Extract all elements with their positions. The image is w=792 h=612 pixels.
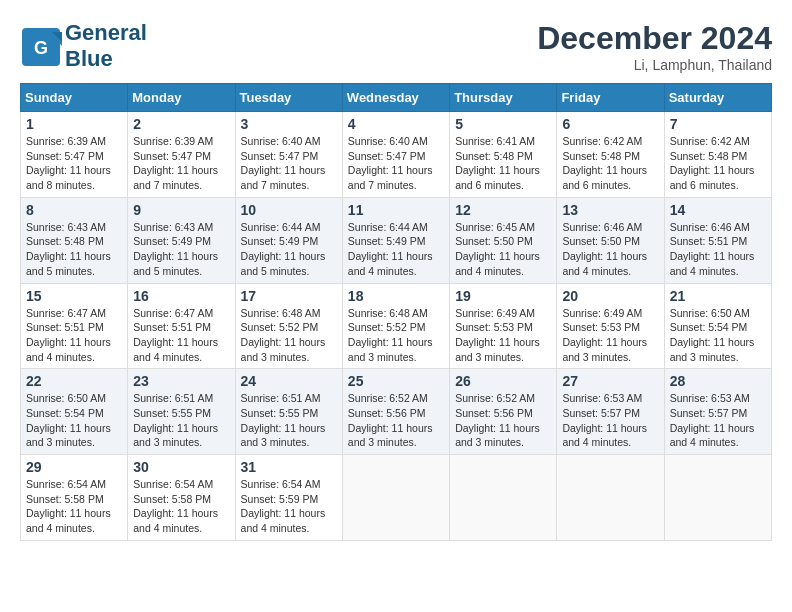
day-cell-23: 23 Sunrise: 6:51 AMSunset: 5:55 PMDaylig… bbox=[128, 369, 235, 455]
day-cell-17: 17 Sunrise: 6:48 AMSunset: 5:52 PMDaylig… bbox=[235, 283, 342, 369]
logo-text: General Blue bbox=[65, 20, 147, 72]
empty-cell-2 bbox=[450, 455, 557, 541]
day-cell-21: 21 Sunrise: 6:50 AMSunset: 5:54 PMDaylig… bbox=[664, 283, 771, 369]
week-row-5: 29 Sunrise: 6:54 AMSunset: 5:58 PMDaylig… bbox=[21, 455, 772, 541]
day-cell-19: 19 Sunrise: 6:49 AMSunset: 5:53 PMDaylig… bbox=[450, 283, 557, 369]
day-cell-28: 28 Sunrise: 6:53 AMSunset: 5:57 PMDaylig… bbox=[664, 369, 771, 455]
title-block: December 2024 Li, Lamphun, Thailand bbox=[537, 20, 772, 73]
day-cell-30: 30 Sunrise: 6:54 AMSunset: 5:58 PMDaylig… bbox=[128, 455, 235, 541]
week-row-3: 15 Sunrise: 6:47 AMSunset: 5:51 PMDaylig… bbox=[21, 283, 772, 369]
day-cell-2: 2 Sunrise: 6:39 AMSunset: 5:47 PMDayligh… bbox=[128, 112, 235, 198]
header-sunday: Sunday bbox=[21, 84, 128, 112]
day-cell-7: 7 Sunrise: 6:42 AMSunset: 5:48 PMDayligh… bbox=[664, 112, 771, 198]
empty-cell-1 bbox=[342, 455, 449, 541]
day-cell-13: 13 Sunrise: 6:46 AMSunset: 5:50 PMDaylig… bbox=[557, 197, 664, 283]
day-cell-16: 16 Sunrise: 6:47 AMSunset: 5:51 PMDaylig… bbox=[128, 283, 235, 369]
svg-text:G: G bbox=[34, 38, 48, 58]
day-cell-4: 4 Sunrise: 6:40 AMSunset: 5:47 PMDayligh… bbox=[342, 112, 449, 198]
logo-general: General bbox=[65, 20, 147, 45]
empty-cell-4 bbox=[664, 455, 771, 541]
day-cell-5: 5 Sunrise: 6:41 AMSunset: 5:48 PMDayligh… bbox=[450, 112, 557, 198]
day-cell-8: 8 Sunrise: 6:43 AMSunset: 5:48 PMDayligh… bbox=[21, 197, 128, 283]
month-year-title: December 2024 bbox=[537, 20, 772, 57]
header-tuesday: Tuesday bbox=[235, 84, 342, 112]
day-cell-3: 3 Sunrise: 6:40 AMSunset: 5:47 PMDayligh… bbox=[235, 112, 342, 198]
page-header: G General Blue December 2024 Li, Lamphun… bbox=[20, 20, 772, 73]
week-row-4: 22 Sunrise: 6:50 AMSunset: 5:54 PMDaylig… bbox=[21, 369, 772, 455]
empty-cell-3 bbox=[557, 455, 664, 541]
calendar-table: Sunday Monday Tuesday Wednesday Thursday… bbox=[20, 83, 772, 541]
day-cell-11: 11 Sunrise: 6:44 AMSunset: 5:49 PMDaylig… bbox=[342, 197, 449, 283]
location-subtitle: Li, Lamphun, Thailand bbox=[537, 57, 772, 73]
day-cell-14: 14 Sunrise: 6:46 AMSunset: 5:51 PMDaylig… bbox=[664, 197, 771, 283]
week-row-2: 8 Sunrise: 6:43 AMSunset: 5:48 PMDayligh… bbox=[21, 197, 772, 283]
header-monday: Monday bbox=[128, 84, 235, 112]
day-cell-31: 31 Sunrise: 6:54 AMSunset: 5:59 PMDaylig… bbox=[235, 455, 342, 541]
day-cell-12: 12 Sunrise: 6:45 AMSunset: 5:50 PMDaylig… bbox=[450, 197, 557, 283]
day-cell-15: 15 Sunrise: 6:47 AMSunset: 5:51 PMDaylig… bbox=[21, 283, 128, 369]
day-cell-18: 18 Sunrise: 6:48 AMSunset: 5:52 PMDaylig… bbox=[342, 283, 449, 369]
day-cell-9: 9 Sunrise: 6:43 AMSunset: 5:49 PMDayligh… bbox=[128, 197, 235, 283]
day-cell-25: 25 Sunrise: 6:52 AMSunset: 5:56 PMDaylig… bbox=[342, 369, 449, 455]
logo: G General Blue bbox=[20, 20, 147, 72]
week-row-1: 1 Sunrise: 6:39 AMSunset: 5:47 PMDayligh… bbox=[21, 112, 772, 198]
day-cell-27: 27 Sunrise: 6:53 AMSunset: 5:57 PMDaylig… bbox=[557, 369, 664, 455]
header-wednesday: Wednesday bbox=[342, 84, 449, 112]
day-cell-24: 24 Sunrise: 6:51 AMSunset: 5:55 PMDaylig… bbox=[235, 369, 342, 455]
header-thursday: Thursday bbox=[450, 84, 557, 112]
day-cell-10: 10 Sunrise: 6:44 AMSunset: 5:49 PMDaylig… bbox=[235, 197, 342, 283]
logo-icon: G bbox=[20, 26, 60, 66]
day-cell-6: 6 Sunrise: 6:42 AMSunset: 5:48 PMDayligh… bbox=[557, 112, 664, 198]
day-cell-22: 22 Sunrise: 6:50 AMSunset: 5:54 PMDaylig… bbox=[21, 369, 128, 455]
day-cell-20: 20 Sunrise: 6:49 AMSunset: 5:53 PMDaylig… bbox=[557, 283, 664, 369]
day-cell-29: 29 Sunrise: 6:54 AMSunset: 5:58 PMDaylig… bbox=[21, 455, 128, 541]
weekday-header-row: Sunday Monday Tuesday Wednesday Thursday… bbox=[21, 84, 772, 112]
header-friday: Friday bbox=[557, 84, 664, 112]
logo-blue: Blue bbox=[65, 46, 113, 71]
day-cell-1: 1 Sunrise: 6:39 AMSunset: 5:47 PMDayligh… bbox=[21, 112, 128, 198]
header-saturday: Saturday bbox=[664, 84, 771, 112]
day-cell-26: 26 Sunrise: 6:52 AMSunset: 5:56 PMDaylig… bbox=[450, 369, 557, 455]
